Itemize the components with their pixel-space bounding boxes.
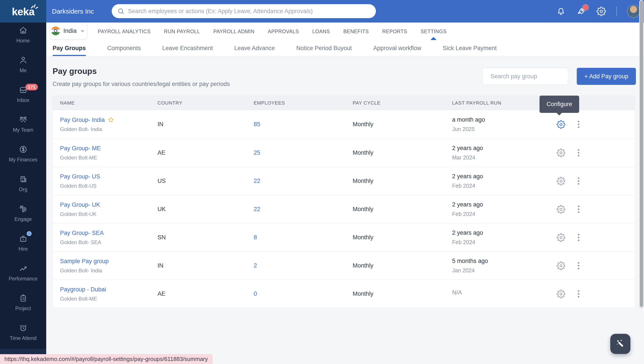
sidebar-item-label: Org: [19, 186, 27, 192]
tab-pay-groups[interactable]: Pay Groups: [53, 40, 86, 56]
add-pay-group-button[interactable]: + Add Pay group: [577, 68, 636, 85]
pay-group-link[interactable]: Sample Pay group: [60, 258, 109, 265]
table-row: Pay Group- India Golden Bolt- India IN 8…: [53, 110, 635, 138]
nav-loans[interactable]: LOANS: [312, 22, 330, 40]
tab-notice-period-buyout[interactable]: Notice Period Buyout: [296, 40, 352, 56]
nav-approvals[interactable]: APPROVALS: [268, 22, 299, 40]
global-search[interactable]: [112, 4, 376, 18]
whats-new-rocket-icon[interactable]: [576, 6, 586, 16]
configure-gear-button[interactable]: [556, 261, 566, 270]
header-divider: [616, 6, 617, 16]
pay-group-link[interactable]: Pay Group- India: [60, 116, 105, 124]
user-avatar[interactable]: [627, 5, 640, 18]
tab-sick-leave-payment[interactable]: Sick Leave Payment: [443, 40, 497, 56]
tab-leave-encashment[interactable]: Leave Encashment: [162, 40, 213, 56]
sidebar-item-label: My Team: [13, 127, 33, 133]
employees-count-link[interactable]: 85: [254, 121, 260, 128]
pay-cycle-cell: Monthly: [353, 178, 452, 184]
employees-count-link[interactable]: 22: [254, 178, 260, 184]
pay-cycle-cell: Monthly: [353, 290, 452, 297]
payroll-module-nav: India PAYROLL ANALYTICS RUN PAYROLL PAYR…: [46, 22, 644, 40]
sidebar-item-org[interactable]: Org: [0, 171, 46, 201]
configure-gear-button[interactable]: [556, 204, 566, 214]
nav-payroll-analytics[interactable]: PAYROLL ANALYTICS: [98, 22, 151, 40]
sidebar-item-home[interactable]: Home: [0, 22, 46, 52]
row-kebab-menu-button[interactable]: [574, 148, 583, 158]
nav-settings[interactable]: SETTINGS: [420, 22, 447, 40]
row-kebab-menu-button[interactable]: [574, 176, 583, 186]
keka-logo[interactable]: keka: [0, 0, 46, 22]
sidebar-item-time-attend[interactable]: Time Attend: [0, 320, 46, 350]
configure-gear-button[interactable]: [556, 289, 566, 299]
sidebar-item-label: Time Attend: [10, 335, 37, 341]
sidebar-item-inbox[interactable]: 171 Inbox: [0, 82, 46, 112]
rocket-notification-badge: [583, 5, 588, 10]
tab-components[interactable]: Components: [107, 40, 141, 56]
global-search-input[interactable]: [128, 8, 370, 15]
last-run-date: Feb 2024: [452, 183, 556, 189]
sidebar-item-label: Engage: [15, 216, 32, 222]
engage-chat-icon: [19, 204, 28, 214]
table-row: Pay Group- US Golden Bolt-US US 22 Month…: [53, 167, 635, 195]
pay-group-link[interactable]: Pay Group- US: [60, 173, 100, 180]
col-last-payroll-run: LAST PAYROLL RUN: [452, 100, 556, 106]
pay-group-link[interactable]: Pay Group- ME: [60, 145, 101, 152]
employees-count-link[interactable]: 8: [254, 234, 257, 240]
country-selector[interactable]: India: [49, 22, 87, 40]
sidebar-item-me[interactable]: Me: [0, 52, 46, 82]
tab-approval-workflow[interactable]: Approval workflow: [373, 40, 421, 56]
pay-group-link[interactable]: Paygroup - Dubai: [60, 286, 106, 293]
table-row: Pay Group- ME Golden Bolt-ME AE 25 Month…: [53, 138, 635, 167]
settings-gear-icon[interactable]: [596, 6, 606, 16]
configure-gear-button[interactable]: [556, 176, 566, 186]
magic-wand-fab[interactable]: [610, 334, 630, 354]
sidebar-item-project[interactable]: Project: [0, 290, 46, 320]
country-cell: SN: [157, 234, 254, 241]
sidebar-item-label: Home: [17, 38, 30, 44]
row-kebab-menu-button[interactable]: [574, 233, 583, 242]
person-icon: [19, 55, 28, 65]
pay-group-search[interactable]: [482, 68, 568, 85]
india-flag-icon: [51, 26, 60, 35]
nav-reports[interactable]: REPORTS: [382, 22, 407, 40]
country-cell: US: [157, 178, 254, 184]
country-cell: UK: [157, 206, 254, 212]
nav-benefits[interactable]: BENEFITS: [343, 22, 369, 40]
star-icon[interactable]: [107, 116, 114, 124]
last-run-relative: 2 years ago: [452, 173, 556, 180]
sidebar-item-my-finances[interactable]: My Finances: [0, 142, 46, 171]
row-kebab-menu-button[interactable]: [574, 261, 583, 270]
logo-spark-icon: [30, 4, 39, 11]
main-area: India PAYROLL ANALYTICS RUN PAYROLL PAYR…: [46, 22, 644, 364]
pay-group-search-input[interactable]: [491, 73, 568, 80]
pay-group-link[interactable]: Pay Group- SEA: [60, 230, 104, 236]
sidebar-item-hire[interactable]: Hire: [0, 231, 46, 260]
sidebar-item-performance[interactable]: Performance: [0, 260, 46, 290]
row-kebab-menu-button[interactable]: [574, 120, 583, 129]
table-row: Paygroup - Dubai Golden Bolt-ME AE 0 Mon…: [53, 280, 635, 308]
home-icon: [19, 26, 28, 35]
employees-count-link[interactable]: 25: [254, 150, 260, 156]
row-kebab-menu-button[interactable]: [574, 289, 583, 299]
employees-count-link[interactable]: 22: [254, 206, 260, 212]
nav-payroll-admin[interactable]: PAYROLL ADMIN: [213, 22, 255, 40]
configure-gear-button[interactable]: [556, 233, 566, 242]
briefcase-icon: [19, 234, 28, 244]
clipboard-icon: [19, 293, 28, 303]
sidebar-item-engage[interactable]: Engage: [0, 201, 46, 231]
sidebar-item-my-team[interactable]: My Team: [0, 112, 46, 142]
pay-cycle-cell: Monthly: [353, 234, 452, 241]
notifications-bell-icon[interactable]: [556, 6, 566, 16]
pay-groups-table: NAME COUNTRY EMPLOYEES PAY CYCLE LAST PA…: [53, 96, 635, 308]
employees-count-link[interactable]: 0: [254, 290, 257, 297]
configure-gear-button[interactable]: [556, 148, 566, 158]
scrollbar-thumb[interactable]: [640, 1, 643, 307]
pay-group-link[interactable]: Pay Group- UK: [60, 202, 100, 208]
tab-leave-advance[interactable]: Leave Advance: [234, 40, 275, 56]
row-kebab-menu-button[interactable]: [574, 204, 583, 214]
country-label: India: [63, 27, 77, 34]
last-run-date: Feb 2024: [452, 211, 556, 217]
employees-count-link[interactable]: 2: [254, 262, 257, 269]
configure-gear-button[interactable]: [556, 120, 566, 129]
nav-run-payroll[interactable]: RUN PAYROLL: [164, 22, 200, 40]
